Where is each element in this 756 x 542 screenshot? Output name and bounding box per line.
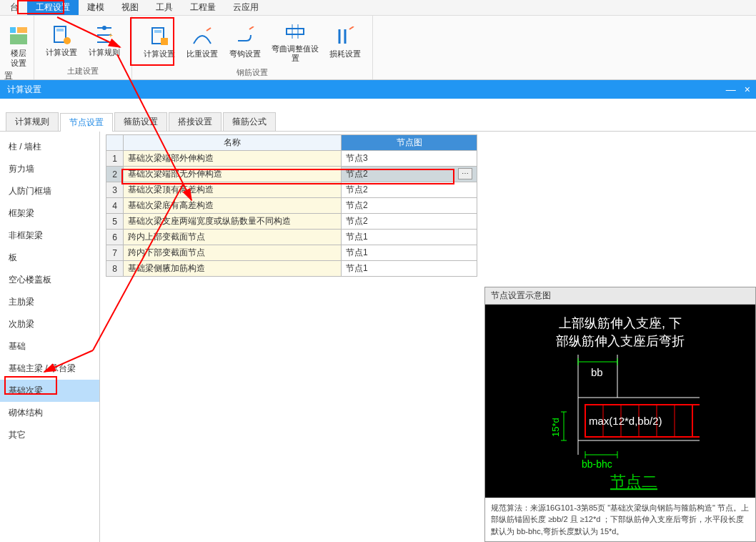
diagram-note: 规范算法：来源16G101-3第85页 "基础次梁纵向钢筋与箍筋构造" 节点。上… <box>485 498 755 542</box>
name-cell[interactable]: 跨内上部变截面节点 <box>124 230 342 245</box>
menu-item-platform[interactable]: 台 <box>1 0 27 15</box>
node-cell[interactable]: 节点2⋯ <box>342 167 477 182</box>
cat-shearwall[interactable]: 剪力墙 <box>0 158 99 180</box>
name-cell[interactable]: 基础次梁顶有高差构造 <box>124 182 342 198</box>
cat-main-rib[interactable]: 主肋梁 <box>0 291 99 313</box>
table-row[interactable]: 2基础次梁端部无外伸构造节点2⋯ <box>106 167 477 182</box>
calc-settings-civil-button[interactable]: 计算设置 <box>40 17 83 64</box>
name-cell[interactable]: 基础次梁支座两端宽度或纵筋数量不同构造 <box>124 214 342 230</box>
col-node[interactable]: 节点图 <box>342 135 477 151</box>
ribbon-cfg-label: 置 <box>0 69 17 84</box>
calc-rebar-icon <box>148 25 171 48</box>
svg-rect-2 <box>10 34 27 44</box>
dialog-title: 计算设置 <box>7 84 41 96</box>
loss-settings-button[interactable]: 损耗设置 <box>324 17 367 66</box>
subtab-lap-settings[interactable]: 搭接设置 <box>169 112 222 131</box>
rownum-cell: 8 <box>106 261 124 277</box>
node-cell[interactable]: 节点1 <box>342 245 477 261</box>
node-cell[interactable]: 节点1 <box>342 261 477 277</box>
node-cell[interactable]: 节点2 <box>342 198 477 214</box>
diagram-panel: 节点设置示意图 上部纵筋伸入支座, 下部纵筋伸入支座后弯折 bb <box>484 287 756 543</box>
col-name[interactable]: 名称 <box>124 135 342 151</box>
subtab-stirrup-formula[interactable]: 箍筋公式 <box>223 112 276 131</box>
bend-adjust-label: 弯曲调整值设置 <box>268 44 322 63</box>
dialog-titlebar: 计算设置 — × <box>0 80 756 99</box>
calc-rules-label: 计算规则 <box>89 48 120 57</box>
layers-icon <box>7 24 30 47</box>
cat-slab[interactable]: 板 <box>0 247 99 269</box>
calc-civil-icon <box>50 24 73 46</box>
subtab-stirrup-settings[interactable]: 箍筋设置 <box>114 112 167 131</box>
hook-icon <box>234 25 257 48</box>
cat-column[interactable]: 柱 / 墙柱 <box>0 136 99 158</box>
subtabs: 计算规则 节点设置 箍筋设置 搭接设置 箍筋公式 <box>0 112 756 132</box>
formula-text: max(12*d,bb/2) <box>589 415 662 427</box>
calc-rules-button[interactable]: + 计算规则 <box>83 17 126 64</box>
svg-rect-4 <box>56 29 64 31</box>
cat-other[interactable]: 其它 <box>0 424 99 446</box>
node-cell[interactable]: 节点2 <box>342 214 477 230</box>
table-row[interactable]: 6跨内上部变截面节点节点1 <box>106 230 477 245</box>
floor-settings-button[interactable]: 楼层设置 <box>6 17 31 75</box>
svg-rect-0 <box>10 27 16 33</box>
svg-rect-10 <box>161 38 168 45</box>
subtab-calc-rule[interactable]: 计算规则 <box>6 112 59 131</box>
menu-item-view[interactable]: 视图 <box>113 0 147 15</box>
rownum-cell: 7 <box>106 245 124 261</box>
cat-found-sec-beam[interactable]: 基础次梁 <box>0 380 99 402</box>
node-cell[interactable]: 节点1 <box>342 230 477 245</box>
cat-non-frame-beam[interactable]: 非框架梁 <box>0 225 99 247</box>
table-row[interactable]: 8基础梁侧腋加筋构造节点1 <box>106 261 477 277</box>
cat-defense-door[interactable]: 人防门框墙 <box>0 180 99 202</box>
name-cell[interactable]: 基础梁侧腋加筋构造 <box>124 261 342 277</box>
ellipsis-button[interactable]: ⋯ <box>458 168 472 179</box>
menu-item-quantities[interactable]: 工程量 <box>181 0 224 15</box>
cat-hollow-slab[interactable]: 空心楼盖板 <box>0 269 99 291</box>
rownum-cell: 2 <box>106 167 124 182</box>
hook-settings-button[interactable]: 弯钩设置 <box>224 17 267 66</box>
bend-adjust-button[interactable]: 弯曲调整值设置 <box>267 17 324 66</box>
hook-settings-label: 弯钩设置 <box>229 49 261 59</box>
node-cell[interactable]: 节点2 <box>342 182 477 198</box>
diagram-title: 上部纵筋伸入支座, 下部纵筋伸入支座后弯折 <box>485 315 755 350</box>
main-menu: 台 工程设置 建模 视图 工具 工程量 云应用 <box>0 0 756 16</box>
calc-settings-rebar-label: 计算设置 <box>144 49 175 59</box>
subtab-node-settings[interactable]: 节点设置 <box>60 113 113 132</box>
loss-settings-label: 损耗设置 <box>329 49 361 59</box>
cat-frame-beam[interactable]: 框架梁 <box>0 202 99 225</box>
ribbon: 楼层设置 计算设置 + 计算规则 土建设置 <box>0 16 756 80</box>
svg-rect-1 <box>17 27 27 33</box>
node-cell[interactable]: 节点3 <box>342 151 477 167</box>
diagram-canvas: 上部纵筋伸入支座, 下部纵筋伸入支座后弯折 bb <box>485 305 755 498</box>
close-button[interactable]: × <box>745 84 750 95</box>
bb-label: bb <box>591 366 603 378</box>
name-cell[interactable]: 基础次梁端部外伸构造 <box>124 151 342 167</box>
cat-masonry[interactable]: 砌体结构 <box>0 402 99 424</box>
calc-settings-rebar-button[interactable]: 计算设置 <box>138 17 181 66</box>
table-row[interactable]: 5基础次梁支座两端宽度或纵筋数量不同构造节点2 <box>106 214 477 230</box>
name-cell[interactable]: 跨内下部变截面节点 <box>124 245 342 261</box>
table-row[interactable]: 4基础次梁底有高差构造节点2 <box>106 198 477 214</box>
diagram-header: 节点设置示意图 <box>485 287 755 305</box>
dim-bb-bhc: bb-bhc <box>582 458 612 470</box>
rownum-cell: 5 <box>106 214 124 230</box>
table-row[interactable]: 7跨内下部变截面节点节点1 <box>106 245 477 261</box>
node-grid[interactable]: 名称 节点图 1基础次梁端部外伸构造节点32基础次梁端部无外伸构造节点2⋯3基础… <box>106 134 477 277</box>
menu-item-cloud[interactable]: 云应用 <box>224 0 267 15</box>
bend-icon <box>284 20 307 43</box>
weight-icon <box>191 25 214 48</box>
minimize-button[interactable]: — <box>726 84 736 95</box>
cat-sec-rib[interactable]: 次肋梁 <box>0 313 99 335</box>
menu-item-modeling[interactable]: 建模 <box>79 0 113 15</box>
menu-item-tools[interactable]: 工具 <box>147 0 181 15</box>
name-cell[interactable]: 基础次梁底有高差构造 <box>124 198 342 214</box>
table-row[interactable]: 1基础次梁端部外伸构造节点3 <box>106 151 477 167</box>
cat-found-main-beam[interactable]: 基础主梁 / 承台梁 <box>0 358 99 380</box>
rownum-cell: 6 <box>106 230 124 245</box>
svg-point-6 <box>102 26 106 30</box>
name-cell[interactable]: 基础次梁端部无外伸构造 <box>124 167 342 182</box>
menu-item-project-settings[interactable]: 工程设置 <box>27 0 79 15</box>
table-row[interactable]: 3基础次梁顶有高差构造节点2 <box>106 182 477 198</box>
cat-foundation[interactable]: 基础 <box>0 335 99 358</box>
weight-settings-button[interactable]: 比重设置 <box>181 17 224 66</box>
